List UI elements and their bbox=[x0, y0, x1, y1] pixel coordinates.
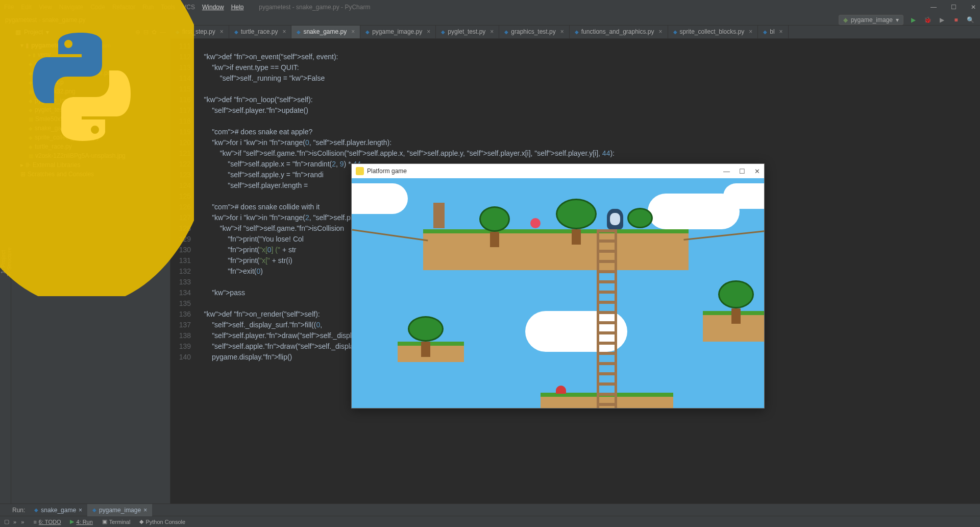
tree-item[interactable]: ◆ interme platfor t_pygame.png bbox=[11, 68, 126, 78]
close-icon[interactable]: × bbox=[659, 28, 663, 35]
tab-functions_and_graphics-py[interactable]: ◆functions_and_graphics.py× bbox=[570, 26, 668, 38]
tree-item[interactable]: ◆ graphi bbox=[11, 59, 126, 68]
status-bar: ▢ » » ≡ 6: TODO ▶ 4: Run ▣ Terminal ◆ Py… bbox=[0, 516, 980, 527]
status-python-console[interactable]: ◆ Python Console bbox=[139, 518, 185, 525]
file-label: venv bbox=[38, 51, 51, 58]
file-icon: ▦ bbox=[29, 153, 33, 159]
editor-tabs: ◆first_step.py×◆turtle_race.py×◆snake_ga… bbox=[170, 26, 980, 39]
status-square-icon[interactable]: ▢ bbox=[4, 518, 9, 525]
tab-pygame_image-py[interactable]: ◆pygame_image.py× bbox=[360, 26, 436, 38]
breadcrumb[interactable]: pygametest snake_game.py bbox=[5, 16, 85, 23]
run-coverage-button[interactable]: ▶ bbox=[937, 15, 946, 25]
tab-label: pygame_image.py bbox=[372, 28, 422, 35]
collapse-icon[interactable]: ⊟ bbox=[143, 29, 149, 36]
menu-code[interactable]: Code bbox=[90, 4, 105, 11]
game-icon bbox=[356, 167, 364, 175]
breadcrumb-file[interactable]: snake_game.py bbox=[42, 16, 86, 23]
run-tab-label: pygame_image bbox=[99, 507, 141, 514]
game-title-bar[interactable]: Platform game — ☐ ✕ bbox=[352, 164, 764, 178]
menu-view[interactable]: View bbox=[39, 4, 52, 11]
tree-scratches[interactable]: ⊞ Scratches and Consoles bbox=[11, 170, 126, 179]
tree-item[interactable]: ▦ v2osk-1Z2niiBPg5A-unsplash.jpg bbox=[11, 151, 126, 160]
tab-sprite_collect_blocks-py[interactable]: ◆sprite_collect_blocks.py× bbox=[668, 26, 758, 38]
gear-icon[interactable]: ✿ bbox=[152, 29, 157, 36]
sidebar-title[interactable]: Project bbox=[24, 29, 43, 36]
close-icon[interactable]: × bbox=[351, 28, 355, 35]
tab-first_step-py[interactable]: ◆first_step.py× bbox=[170, 26, 229, 38]
gutter-project[interactable]: 1: Project bbox=[0, 31, 6, 493]
game-window[interactable]: Platform game — ☐ ✕ bbox=[351, 163, 765, 409]
python-icon: ◆ bbox=[365, 29, 370, 35]
tree-item[interactable]: ▦ logo32x32.png bbox=[11, 87, 126, 96]
close-icon[interactable]: × bbox=[282, 28, 286, 35]
minimize-icon[interactable]: — bbox=[930, 4, 937, 11]
tree-root[interactable]: ▾ ▮ pygametest ~/Projects/pygam bbox=[11, 41, 126, 50]
run-config-selector[interactable]: ◆ pygame_image ▾ bbox=[839, 15, 903, 25]
project-sidebar: ▦ Project ▾ ⊕ ⊟ ✿ — ▾ ▮ pygametest ~/Pro… bbox=[11, 26, 170, 504]
minimize-icon[interactable]: — bbox=[723, 167, 730, 175]
status-terminal[interactable]: ▣ Terminal bbox=[102, 518, 131, 525]
breadcrumb-project[interactable]: pygametest bbox=[5, 16, 42, 23]
tree-item[interactable]: ◆ sprite_collect_blocks.py bbox=[11, 133, 126, 142]
file-icon: ▦ bbox=[29, 116, 33, 122]
close-icon[interactable]: × bbox=[220, 28, 224, 35]
close-icon[interactable]: × bbox=[427, 28, 430, 35]
tree-item[interactable]: ▸ ▮ venv bbox=[11, 50, 126, 59]
menu-run[interactable]: Run bbox=[142, 4, 154, 11]
file-label: pyglet_test.py bbox=[35, 106, 72, 113]
run-tab-pygame_image[interactable]: ◆pygame_image× bbox=[87, 504, 152, 516]
tab-bl[interactable]: ◆bl× bbox=[758, 26, 788, 38]
python-icon: ◆ bbox=[673, 29, 677, 35]
tab-snake_game-py[interactable]: ◆snake_game.py× bbox=[291, 26, 360, 38]
window-controls: — ☐ ✕ bbox=[930, 4, 976, 11]
tab-turtle_race-py[interactable]: ◆turtle_race.py× bbox=[229, 26, 292, 38]
status-run[interactable]: ▶ 4: Run bbox=[70, 518, 92, 525]
tree-item[interactable]: ▦ Smile50x50.png bbox=[11, 114, 126, 124]
debug-button[interactable]: 🐞 bbox=[923, 15, 932, 25]
run-button[interactable]: ▶ bbox=[909, 15, 918, 25]
scratch-icon: ⊞ bbox=[20, 171, 26, 178]
search-icon[interactable]: 🔍 bbox=[966, 15, 975, 25]
python-icon: ◆ bbox=[92, 507, 96, 513]
menu-window[interactable]: Window bbox=[202, 4, 224, 11]
maximize-icon[interactable]: ☐ bbox=[739, 167, 745, 175]
status-todo[interactable]: ≡ 6: TODO bbox=[33, 519, 61, 525]
close-icon[interactable]: × bbox=[560, 28, 564, 35]
menu-vcs[interactable]: VCS bbox=[182, 4, 195, 11]
tree-external-libs[interactable]: ▸⊪ External Libraries bbox=[11, 160, 126, 170]
run-tab-snake_game[interactable]: ◆snake_game× bbox=[29, 504, 87, 516]
project-tree[interactable]: ▾ ▮ pygametest ~/Projects/pygam ▸ ▮ venv… bbox=[11, 39, 126, 181]
tree-item[interactable]: ◆ turtle_race.py bbox=[11, 142, 126, 151]
menu-edit[interactable]: Edit bbox=[21, 4, 32, 11]
tab-graphics_test-py[interactable]: ◆graphics_test.py× bbox=[499, 26, 569, 38]
tab-pyglet_test-py[interactable]: ◆pyglet_test.py× bbox=[436, 26, 499, 38]
close-icon[interactable]: × bbox=[490, 28, 494, 35]
menu-navigate[interactable]: Navigate bbox=[59, 4, 83, 11]
maximize-icon[interactable]: ☐ bbox=[951, 4, 957, 11]
menu-file[interactable]: File bbox=[4, 4, 14, 11]
stop-button[interactable]: ■ bbox=[951, 15, 961, 25]
python-icon: ◆ bbox=[504, 29, 508, 35]
close-icon[interactable]: ✕ bbox=[971, 4, 976, 11]
settings-icon[interactable]: ⊕ bbox=[135, 29, 140, 36]
tab-label: pyglet_test.py bbox=[448, 28, 485, 35]
penguin-sprite bbox=[607, 209, 623, 229]
tab-label: functions_and_graphics.py bbox=[581, 28, 654, 35]
menu-help[interactable]: Help bbox=[231, 4, 244, 11]
menu-tools[interactable]: Tools bbox=[161, 4, 175, 11]
close-icon[interactable]: ✕ bbox=[754, 167, 760, 175]
hide-icon[interactable]: — bbox=[160, 29, 166, 36]
tree-item[interactable]: ◆ snake_game.py bbox=[11, 124, 126, 133]
menu-refactor[interactable]: Refactor bbox=[112, 4, 135, 11]
close-icon[interactable]: × bbox=[143, 507, 147, 514]
tree-item[interactable]: ◆ kivy_test.p bbox=[11, 78, 126, 87]
chevron-down-icon[interactable]: ▾ bbox=[46, 29, 49, 36]
tree-item[interactable]: ◆ pyglet_test.py bbox=[11, 105, 126, 114]
tree-item[interactable]: ◆ pygame_image.py bbox=[11, 96, 126, 105]
python-icon: ◆ bbox=[763, 29, 767, 35]
close-icon[interactable]: × bbox=[749, 28, 752, 35]
close-icon[interactable]: × bbox=[779, 28, 783, 35]
status-chevrons[interactable]: » » bbox=[13, 519, 24, 525]
close-icon[interactable]: × bbox=[79, 507, 82, 514]
file-label: snake_game.py bbox=[35, 125, 78, 132]
